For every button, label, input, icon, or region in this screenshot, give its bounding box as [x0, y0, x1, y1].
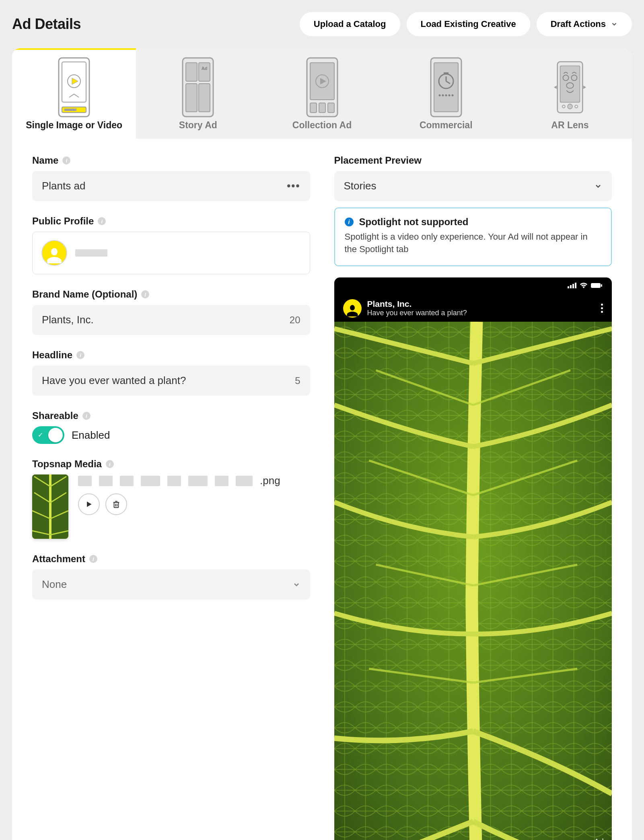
cellular-icon [568, 283, 576, 288]
phone-status-bar [334, 277, 612, 294]
media-filename: .png [78, 474, 310, 487]
placement-value: Stories [344, 180, 377, 192]
svg-rect-52 [601, 284, 602, 287]
draft-actions-label: Draft Actions [551, 19, 606, 29]
svg-rect-24 [444, 72, 449, 74]
single-image-video-icon [58, 57, 90, 117]
attachment-label: Attachment [32, 553, 85, 565]
tab-label: AR Lens [551, 120, 588, 131]
svg-rect-50 [575, 283, 576, 288]
draft-actions-button[interactable]: Draft Actions [537, 12, 632, 36]
info-icon[interactable]: i [82, 412, 91, 420]
load-creative-button[interactable]: Load Existing Creative [407, 12, 530, 36]
upload-catalog-button[interactable]: Upload a Catalog [300, 12, 400, 36]
tab-commercial[interactable]: Commercial [384, 48, 508, 139]
tab-collection-ad[interactable]: Collection Ad [260, 48, 384, 139]
media-thumbnail[interactable] [32, 474, 68, 539]
tab-label: Story Ad [179, 120, 217, 131]
public-profile-selector[interactable] [32, 232, 310, 274]
chevron-down-icon [594, 182, 602, 190]
name-label: Name [32, 155, 58, 166]
notice-title: Spotlight not supported [359, 216, 469, 228]
shareable-state: Enabled [72, 429, 110, 442]
topsnap-media-label: Topsnap Media [32, 458, 102, 470]
commercial-icon [430, 57, 462, 117]
svg-point-29 [451, 94, 453, 97]
info-icon: i [345, 218, 354, 226]
delete-media-button[interactable] [105, 493, 127, 515]
svg-rect-18 [328, 103, 334, 113]
brand-name-input[interactable]: Plants, Inc. 20 [32, 305, 310, 335]
svg-rect-48 [570, 285, 572, 288]
svg-rect-17 [319, 103, 325, 113]
brand-name-value: Plants, Inc. [42, 314, 94, 326]
play-icon [85, 500, 93, 508]
shareable-label: Shareable [32, 410, 78, 421]
info-icon[interactable]: i [76, 351, 84, 359]
svg-rect-33 [560, 66, 580, 102]
ad-preview-menu-icon [601, 304, 603, 313]
svg-rect-7 [186, 63, 197, 81]
info-icon[interactable]: i [89, 555, 97, 563]
brand-name-char-count: 20 [290, 314, 300, 326]
headline-input[interactable]: Have you ever wanted a plant? 5 [32, 366, 310, 396]
ad-badge: Ad [594, 837, 604, 840]
svg-marker-31 [583, 86, 586, 89]
svg-marker-41 [87, 501, 92, 507]
shareable-toggle[interactable]: ✓ [32, 426, 64, 444]
ad-preview: Plants, Inc. Have you ever wanted a plan… [334, 277, 612, 840]
attachment-select[interactable]: None [32, 569, 310, 600]
notice-body: Spotlight is a video only experience. Yo… [345, 231, 602, 256]
svg-rect-16 [310, 103, 317, 113]
headline-char-count: 5 [295, 375, 300, 386]
battery-icon [591, 283, 602, 288]
name-value: Plants ad [42, 180, 85, 192]
trash-icon [112, 500, 121, 509]
chevron-down-icon [611, 21, 618, 28]
svg-rect-42 [114, 502, 119, 507]
svg-rect-8 [199, 63, 210, 81]
placement-select[interactable]: Stories [334, 171, 612, 201]
svg-point-25 [438, 94, 440, 97]
headline-value: Have you ever wanted a plant? [42, 374, 186, 387]
tab-label: Commercial [420, 120, 473, 131]
public-profile-label: Public Profile [32, 216, 94, 227]
ad-preview-headline: Have you ever wanted a plant? [367, 309, 596, 317]
kebab-icon[interactable]: ••• [287, 180, 300, 192]
wifi-icon [580, 282, 588, 288]
svg-text:Ad: Ad [202, 66, 208, 71]
svg-point-26 [442, 94, 444, 97]
play-media-button[interactable] [78, 493, 100, 515]
leaf-image-icon [32, 474, 68, 539]
info-icon[interactable]: i [62, 156, 70, 164]
media-extension: .png [260, 474, 280, 487]
svg-point-27 [445, 94, 447, 97]
tab-ar-lens[interactable]: AR Lens [508, 48, 632, 139]
placement-preview-label: Placement Preview [334, 155, 422, 166]
tab-label: Single Image or Video [26, 120, 122, 131]
spotlight-notice: i Spotlight not supported Spotlight is a… [334, 207, 612, 266]
svg-point-38 [568, 104, 572, 109]
collection-ad-icon [306, 57, 338, 117]
check-icon: ✓ [38, 431, 43, 439]
ad-preview-brand: Plants, Inc. [367, 299, 596, 309]
svg-rect-47 [568, 286, 569, 288]
svg-rect-11 [199, 84, 210, 112]
page-title: Ad Details [12, 16, 81, 33]
info-icon[interactable]: i [106, 460, 114, 468]
svg-rect-5 [64, 109, 76, 111]
info-icon[interactable]: i [141, 290, 149, 298]
name-input[interactable]: Plants ad ••• [32, 171, 310, 201]
svg-rect-10 [186, 84, 197, 112]
headline-label: Headline [32, 349, 72, 361]
info-icon[interactable]: i [98, 217, 106, 225]
tab-single-image-video[interactable]: Single Image or Video [12, 48, 136, 139]
ad-avatar [343, 299, 362, 318]
brand-name-label: Brand Name (Optional) [32, 289, 137, 300]
profile-name-redacted [75, 249, 107, 257]
svg-point-28 [448, 94, 450, 97]
tab-story-ad[interactable]: Ad Story Ad [136, 48, 260, 139]
svg-rect-49 [572, 284, 574, 288]
chevron-down-icon [292, 581, 300, 589]
svg-marker-30 [554, 86, 557, 89]
